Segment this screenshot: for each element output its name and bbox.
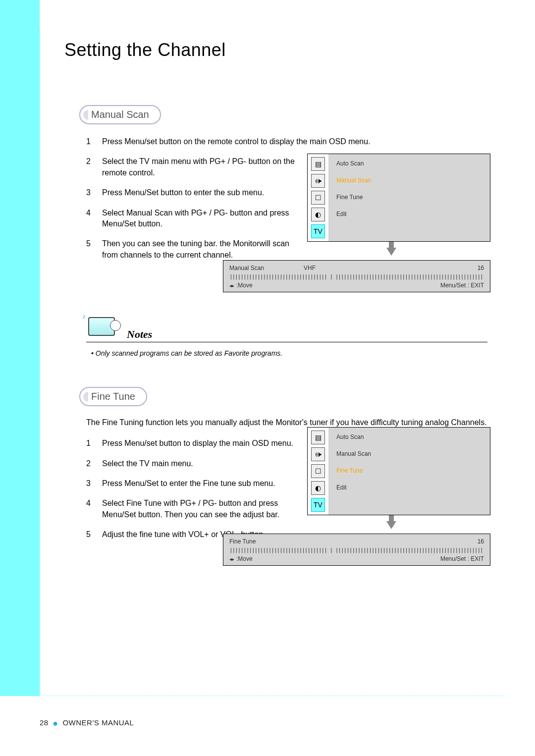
status-row: Fine Tune 16 [229, 538, 484, 545]
section-heading-manual-scan: Manual Scan [79, 105, 161, 124]
step-number: 3 [86, 478, 93, 489]
move-label: :Move [236, 555, 253, 562]
bullet-icon: ● [53, 718, 58, 728]
step-number: 4 [86, 498, 93, 520]
music-note-icon: ♪ [82, 312, 86, 320]
caption-icon: ☐ [311, 191, 325, 205]
move-label: :Move [236, 282, 253, 289]
step-item: 4Select Manual Scan with PG+ / PG- butto… [86, 208, 299, 230]
time-icon: ◐ [311, 481, 325, 495]
osd-menu-fine-tune: ▤ 🕪 ☐ ◐ TV Auto Scan Manual Scan Fine Tu… [307, 427, 490, 515]
arrow-down-icon [386, 521, 396, 529]
osd-item: Manual Scan [336, 450, 482, 457]
move-hint: ◂▸:Move [229, 555, 253, 562]
notes-section: ♪ Notes • Only scanned programs can be s… [86, 315, 487, 357]
page-content: Setting the Channel Manual Scan 1Press M… [64, 40, 495, 549]
step-number: 2 [86, 458, 93, 469]
step-text: Select the TV main menu. [102, 458, 193, 469]
sound-icon: 🕪 [311, 447, 325, 461]
osd-item: Auto Scan [336, 160, 482, 167]
exit-hint: Menu/Set : EXIT [440, 282, 484, 289]
step-number: 5 [86, 529, 93, 540]
arrow-down-icon [386, 248, 396, 256]
step-text: Press Menu/Set button to enter the sub m… [102, 187, 264, 198]
status-value: 16 [478, 265, 484, 271]
left-right-arrows-icon: ◂▸ [229, 556, 234, 562]
step-text: Press Menu/set button on the remote cont… [102, 136, 371, 147]
step-text: Select the TV main menu with PG+ / PG- b… [102, 156, 299, 178]
status-row: Manual Scan VHF 16 [229, 265, 484, 271]
fine-tune-intro: The Fine Tuning function lets you manual… [86, 418, 492, 427]
section-heading-fine-tune: Fine Tune [79, 387, 147, 406]
step-number: 4 [86, 208, 93, 230]
step-item: 5Then you can see the tuning bar. the Mo… [86, 238, 299, 261]
osd-item-list: Auto Scan Manual Scan Fine Tune Edit [328, 154, 490, 241]
notes-text: • Only scanned programs can be stored as… [91, 349, 487, 357]
osd-item-highlighted: Fine Tune [336, 467, 482, 474]
osd-item-highlighted: Manual Scan [336, 177, 482, 184]
time-icon: ◐ [311, 208, 325, 221]
page-number: 28 [40, 718, 49, 727]
step-text: Press Menu/Set to enter the Fine tune su… [102, 478, 275, 489]
step-item: 2Select the TV main menu. [86, 458, 299, 469]
osd-icon-column: ▤ 🕪 ☐ ◐ TV [308, 428, 328, 515]
osd-item-list: Auto Scan Manual Scan Fine Tune Edit [328, 428, 490, 515]
sound-icon: 🕪 [311, 174, 325, 188]
osd-item: Auto Scan [336, 433, 482, 440]
manual-scan-steps-cont: 2Select the TV main menu with PG+ / PG- … [86, 156, 299, 261]
step-item: 3Press Menu/Set to enter the Fine tune s… [86, 478, 299, 489]
tuning-scale: ||||||||||||||||||||||||||||||||||| | ||… [229, 273, 484, 280]
status-hint-row: ◂▸:Move Menu/Set : EXIT [229, 282, 484, 289]
step-text: Press Menu/set button to display the mai… [102, 438, 293, 449]
step-item: 4Select Fine Tune with PG+ / PG- button … [86, 498, 299, 520]
step-item: 1Press Menu/set button on the remote con… [86, 136, 492, 147]
step-number: 3 [86, 187, 93, 198]
step-number: 1 [86, 438, 93, 449]
step-text: Then you can see the tuning bar. the Mon… [102, 238, 299, 261]
page-title: Setting the Channel [64, 40, 495, 60]
move-hint: ◂▸:Move [229, 282, 253, 289]
tv-icon: TV [311, 498, 325, 512]
page-footer: 28 ● OWNER'S MANUAL [40, 718, 134, 729]
status-band: VHF [304, 265, 316, 271]
osd-item: Edit [336, 484, 482, 491]
picture-icon: ▤ [311, 431, 325, 444]
page-sidebar [0, 0, 40, 696]
tuning-scale: ||||||||||||||||||||||||||||||||||| | ||… [229, 547, 484, 553]
notes-title: Notes [127, 328, 152, 341]
osd-item: Edit [336, 211, 482, 217]
exit-hint: Menu/Set : EXIT [440, 555, 484, 562]
step-number: 2 [86, 156, 93, 178]
step-item: 1Press Menu/set button to display the ma… [86, 438, 299, 449]
step-text: Select Manual Scan with PG+ / PG- button… [102, 208, 299, 230]
picture-icon: ▤ [311, 157, 325, 171]
osd-item: Fine Tune [336, 194, 482, 201]
step-text: Select Fine Tune with PG+ / PG- button a… [102, 498, 299, 520]
footer-label: OWNER'S MANUAL [62, 718, 134, 727]
status-hint-row: ◂▸:Move Menu/Set : EXIT [229, 555, 484, 562]
step-item: 2Select the TV main menu with PG+ / PG- … [86, 156, 299, 178]
step-number: 1 [86, 136, 93, 147]
osd-menu-manual-scan: ▤ 🕪 ☐ ◐ TV Auto Scan Manual Scan Fine Tu… [307, 154, 490, 242]
notes-header: ♪ Notes [86, 315, 487, 342]
tv-mascot-icon: ♪ [86, 315, 121, 341]
step-number: 5 [86, 238, 93, 261]
caption-icon: ☐ [311, 464, 325, 478]
left-right-arrows-icon: ◂▸ [229, 283, 234, 288]
status-value: 16 [478, 538, 484, 545]
status-bar-fine-tune: Fine Tune 16 |||||||||||||||||||||||||||… [223, 534, 490, 566]
manual-scan-steps: 1Press Menu/set button on the remote con… [86, 136, 492, 147]
status-bar-manual-scan: Manual Scan VHF 16 |||||||||||||||||||||… [223, 260, 490, 292]
osd-icon-column: ▤ 🕪 ☐ ◐ TV [308, 154, 328, 241]
step-item: 3Press Menu/Set button to enter the sub … [86, 187, 299, 198]
tv-icon: TV [311, 224, 325, 238]
status-label: Fine Tune [229, 538, 256, 545]
fine-tune-steps: 1Press Menu/set button to display the ma… [86, 438, 299, 540]
status-label: Manual Scan [229, 265, 264, 271]
